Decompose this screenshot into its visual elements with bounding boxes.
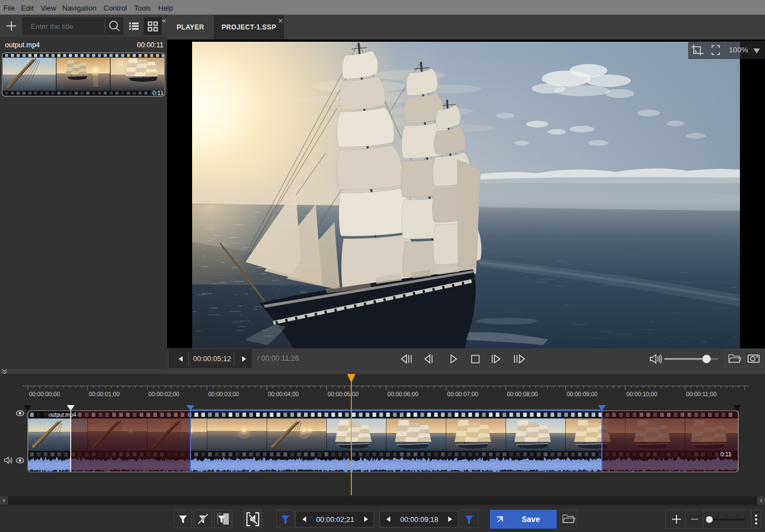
svg-text:00:00:09;00: 00:00:09;00	[567, 391, 598, 397]
svg-text:00:00:04;00: 00:00:04;00	[268, 391, 299, 397]
svg-text:00:00:07;00: 00:00:07;00	[447, 391, 478, 397]
svg-text:00:00:10;00: 00:00:10;00	[626, 391, 658, 397]
svg-text:00:00:03;00: 00:00:03;00	[208, 391, 239, 397]
svg-text:00:00:06;00: 00:00:06;00	[388, 391, 419, 397]
svg-text:00:00:11;00: 00:00:11;00	[686, 391, 717, 397]
svg-text:00:00:08;00: 00:00:08;00	[507, 391, 538, 397]
svg-text:0:11: 0:11	[153, 90, 164, 96]
svg-text:00:00:01;00: 00:00:01;00	[89, 391, 120, 397]
svg-text:00:00:05;00: 00:00:05;00	[328, 391, 359, 397]
svg-text:00:00:00;00: 00:00:00;00	[29, 391, 60, 397]
svg-text:0:11: 0:11	[720, 451, 732, 457]
svg-text:00:00:02;00: 00:00:02;00	[149, 391, 180, 397]
svg-text:output.mp4: output.mp4	[48, 412, 76, 418]
